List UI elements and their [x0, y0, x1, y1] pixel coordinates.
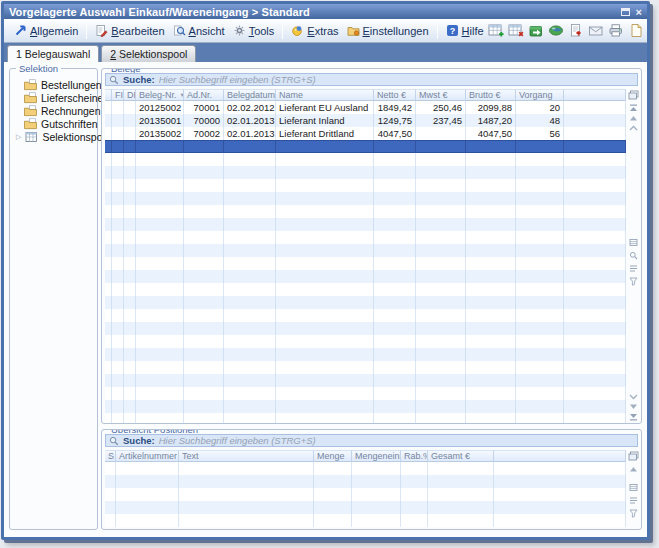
page-down-icon[interactable]	[628, 391, 639, 401]
table-row[interactable]	[105, 374, 626, 387]
table-row[interactable]: 201350017000002.01.2013 /MiLieferant Inl…	[105, 114, 626, 127]
table-row[interactable]	[105, 400, 626, 413]
table-row[interactable]	[105, 361, 626, 374]
table-row[interactable]	[105, 309, 626, 322]
grid-cell	[112, 101, 124, 114]
row-up-icon[interactable]	[628, 464, 639, 474]
table-row[interactable]	[105, 257, 626, 270]
tab-belegauswahl[interactable]: 1Belegauswahl	[7, 45, 99, 62]
details-icon[interactable]	[628, 496, 639, 506]
column-header[interactable]: Gesamt €	[428, 450, 494, 462]
scroll-to-top-icon[interactable]	[628, 103, 639, 113]
column-header[interactable]: Brutto €	[466, 89, 516, 101]
column-header[interactable]: Belegdatum	[224, 89, 276, 101]
belege-search-bar[interactable]: Suche: Hier Suchbegriff eingeben (STRG+S…	[105, 73, 638, 86]
menu-tools[interactable]: Tools	[229, 22, 279, 39]
table-row[interactable]	[105, 192, 626, 205]
table-row[interactable]	[105, 462, 626, 475]
table-row[interactable]	[105, 205, 626, 218]
table-row[interactable]	[105, 218, 626, 231]
table-row[interactable]	[105, 179, 626, 192]
table-row[interactable]	[105, 501, 626, 514]
table-row[interactable]	[105, 348, 626, 361]
document-export-icon[interactable]	[568, 23, 584, 38]
table-row[interactable]	[105, 413, 626, 424]
column-header[interactable]: Mengeneinheit	[352, 450, 401, 462]
print-icon[interactable]	[608, 23, 624, 38]
restore-icon[interactable]	[621, 8, 630, 16]
table-row[interactable]	[105, 283, 626, 296]
grid-add-icon[interactable]	[488, 23, 504, 38]
goto-row-icon[interactable]	[628, 483, 639, 493]
grid-cell	[564, 179, 626, 192]
close-icon[interactable]: ×	[636, 7, 642, 17]
grid-cell	[494, 475, 626, 488]
sidebar-item-gutschriften[interactable]: Gutschriften	[16, 117, 95, 130]
grid-cell	[564, 244, 626, 257]
sidebar-item-bestellungen[interactable]: Bestellungen	[16, 78, 95, 91]
row-up-icon[interactable]	[628, 113, 639, 123]
table-row[interactable]	[105, 244, 626, 257]
table-row[interactable]	[105, 322, 626, 335]
menu-bearbeiten[interactable]: Bearbeiten	[91, 22, 168, 39]
table-row[interactable]: 201250027000102.02.2012 /DoLieferant EU …	[105, 101, 626, 114]
column-header[interactable]: Beleg-Nr.▼	[136, 89, 184, 101]
table-row[interactable]	[105, 387, 626, 400]
menu-allgemein[interactable]: Allgemein	[10, 22, 82, 39]
selected-row[interactable]	[105, 140, 626, 153]
grid-remove-icon[interactable]	[508, 23, 524, 38]
table-row[interactable]: 201350027000202.01.2013 /MiLieferant Dri…	[105, 127, 626, 140]
menu-extras[interactable]: Extras	[287, 22, 342, 39]
column-header[interactable]: FI	[112, 89, 124, 101]
grid-cell	[224, 205, 276, 218]
table-row[interactable]	[105, 475, 626, 488]
column-header[interactable]: Vorgang	[516, 89, 564, 101]
globe-icon[interactable]	[548, 23, 564, 38]
column-header[interactable]: Name	[276, 89, 374, 101]
column-header[interactable]	[494, 450, 626, 462]
table-row[interactable]	[105, 335, 626, 348]
filter-icon[interactable]	[628, 509, 639, 519]
table-row[interactable]	[105, 270, 626, 283]
page-up-icon[interactable]	[628, 123, 639, 133]
column-chooser-icon[interactable]	[628, 90, 639, 100]
table-row[interactable]	[105, 231, 626, 244]
column-header[interactable]: Menge	[314, 450, 352, 462]
grid-search-icon[interactable]	[628, 251, 639, 261]
new-page-icon[interactable]	[628, 23, 644, 38]
grid-cell	[314, 488, 352, 501]
column-header[interactable]: Text	[179, 450, 314, 462]
positionen-search-bar[interactable]: Suche: Hier Suchbegriff eingeben (STRG+S…	[105, 434, 638, 447]
column-header[interactable]	[564, 89, 626, 101]
column-header[interactable]: DR	[124, 89, 136, 101]
sidebar-item-selektionspools[interactable]: ▷ Selektionspools	[16, 130, 95, 143]
goto-row-icon[interactable]	[628, 238, 639, 248]
email-icon[interactable]	[588, 23, 604, 38]
table-row[interactable]	[105, 166, 626, 179]
sidebar-item-rechnungen[interactable]: Rechnungen	[16, 104, 95, 117]
column-header[interactable]: Artikelnummer	[116, 450, 179, 462]
expander-icon[interactable]: ▷	[16, 133, 21, 141]
column-header[interactable]: Rab.%	[401, 450, 428, 462]
details-icon[interactable]	[628, 264, 639, 274]
tab-selektionspool[interactable]: 2Selektionspool	[101, 45, 196, 62]
title-bar[interactable]: Vorgelagerte Auswahl Einkauf/Wareneingan…	[4, 4, 647, 19]
column-header[interactable]: Ad.Nr.	[184, 89, 224, 101]
table-row[interactable]	[105, 296, 626, 309]
scroll-to-bottom-icon[interactable]	[628, 411, 639, 421]
table-row[interactable]	[105, 153, 626, 166]
table-row[interactable]	[105, 514, 626, 527]
menu-hilfe[interactable]: ? Hilfe	[442, 22, 488, 39]
filter-icon[interactable]	[628, 277, 639, 287]
menu-einstellungen[interactable]: Einstellungen	[343, 22, 433, 39]
sidebar-item-lieferscheine[interactable]: Lieferscheine	[16, 91, 95, 104]
table-row[interactable]	[105, 488, 626, 501]
column-header[interactable]: S	[105, 450, 116, 462]
column-header[interactable]	[105, 89, 112, 101]
export-box-icon[interactable]	[528, 23, 544, 38]
row-down-icon[interactable]	[628, 401, 639, 411]
menu-ansicht[interactable]: Ansicht	[169, 22, 229, 39]
column-header[interactable]: Mwst €	[416, 89, 466, 101]
column-header[interactable]: Netto €	[374, 89, 416, 101]
column-chooser-icon[interactable]	[628, 451, 639, 461]
